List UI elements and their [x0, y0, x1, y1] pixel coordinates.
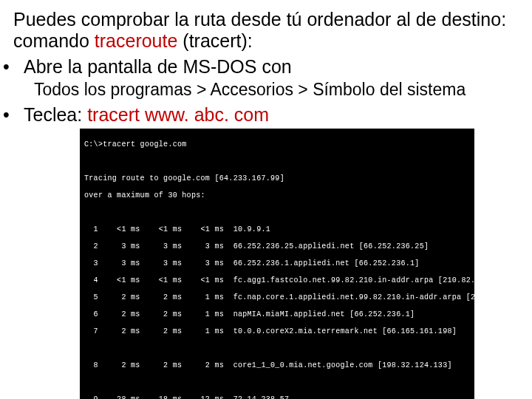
terminal-blank: [84, 208, 470, 217]
terminal-hop: 6 2 ms 2 ms 1 ms napMIA.miaMI.applied.ne…: [84, 310, 470, 319]
intro-text: Puedes comprobar la ruta desde tú ordena…: [13, 9, 519, 52]
terminal-hop: 3 3 ms 3 ms 3 ms 66.252.236.1.appliedi.n…: [84, 259, 470, 268]
intro-traceroute: traceroute: [95, 30, 178, 51]
terminal-trace-header: Tracing route to google.com [64.233.167.…: [84, 174, 470, 183]
terminal-hop: 9 28 ms 18 ms 12 ms 72.14.238.57: [84, 395, 470, 400]
terminal-hop: [84, 378, 470, 387]
terminal-trace-maxhops: over a maximum of 30 hops:: [84, 191, 470, 200]
bullet-1-text: Abre la pantalla de MS-DOS con: [24, 56, 292, 77]
intro-part-a: Puedes comprobar la ruta desde tú ordena…: [13, 9, 506, 51]
terminal-hop: 1 <1 ms <1 ms <1 ms 10.9.9.1: [84, 225, 470, 234]
terminal-hop: 2 3 ms 3 ms 3 ms 66.252.236.25.appliedi.…: [84, 242, 470, 251]
bullet-2-a: Teclea:: [24, 104, 87, 125]
terminal-hop: 8 2 ms 2 ms 2 ms core1_1_0_0.mia.net.goo…: [84, 361, 470, 370]
terminal-hop: 5 2 ms 2 ms 1 ms fc.nap.core.1.appliedi.…: [84, 293, 470, 302]
bullet-dot: •: [13, 104, 24, 126]
terminal-hop: [84, 344, 470, 353]
terminal-window: C:\>tracert google.com Tracing route to …: [80, 129, 474, 399]
intro-part-c: (tracert):: [177, 30, 252, 51]
terminal-hop: 4 <1 ms <1 ms <1 ms fc.agg1.fastcolo.net…: [84, 276, 470, 285]
bullet-2: •Teclea: tracert www. abc. com: [24, 104, 519, 126]
nav-path: Todos los programas > Accesorios > Símbo…: [34, 80, 519, 100]
bullet-1: •Abre la pantalla de MS-DOS con: [24, 56, 519, 78]
terminal-hop: 7 2 ms 2 ms 1 ms t0.0.0.coreX2.mia.terre…: [84, 327, 470, 336]
bullet-2-command: tracert www. abc. com: [87, 104, 269, 125]
bullet-dot: •: [13, 56, 24, 78]
terminal-blank: [84, 157, 470, 166]
terminal-prompt: C:\>tracert google.com: [84, 140, 470, 149]
